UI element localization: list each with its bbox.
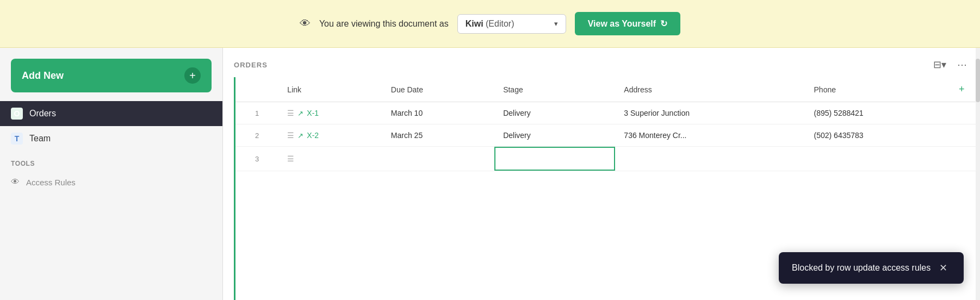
user-role-dropdown[interactable]: Kiwi (Editor) ▾ [457,14,566,34]
row-3-phone [805,147,944,171]
orders-label: Orders [29,109,56,118]
row-num-2: 2 [235,124,278,147]
filter-icon: ⊟▾ [933,59,946,70]
col-row-num [235,77,278,102]
row-num-1: 1 [235,102,278,124]
sidebar-nav: O Orders T Team TOOLS 👁 Access Rules [0,101,222,300]
toast-notification: Blocked by row update access rules ✕ [779,252,964,284]
orders-table: Link Due Date Stage Address Phone + 1 [235,77,980,171]
row-2-link-text[interactable]: X-2 [307,131,319,140]
row-2-link[interactable]: ☰ ↗ X-2 [278,124,382,147]
row-2-add [943,124,980,147]
view-as-yourself-label: View as Yourself [588,19,656,29]
row-2-address: 736 Monterey Cr... [615,124,805,147]
scrollbar-thumb[interactable] [976,59,980,102]
row-3-due-date [382,147,494,171]
row-1-stage: Delivery [494,102,615,124]
row-menu-icon[interactable]: ☰ [287,154,294,163]
external-link-icon[interactable]: ↗ [297,132,303,140]
view-as-banner: 👁 You are viewing this document as Kiwi … [0,0,980,48]
sidebar-item-team[interactable]: T Team [0,126,222,151]
team-icon: T [11,133,23,145]
row-1-phone: (895) 5288421 [805,102,944,124]
sidebar-item-access-rules[interactable]: 👁 Access Rules [0,172,222,192]
content-header: ORDERS ⊟▾ ⋯ [223,48,980,77]
col-stage[interactable]: Stage [494,77,615,102]
row-3-add [943,147,980,171]
row-2-stage: Delivery [494,124,615,147]
toast-close-button[interactable]: ✕ [939,262,947,274]
filter-button[interactable]: ⊟▾ [931,57,948,73]
banner-text: You are viewing this document as [319,19,449,29]
scrollbar-track [976,48,980,300]
row-1-add [943,102,980,124]
user-role-label: (Editor) [486,19,514,28]
more-options-button[interactable]: ⋯ [955,57,969,73]
content-area: ORDERS ⊟▾ ⋯ Link Due Date Stage [223,48,980,300]
row-3-stage-selected[interactable] [494,147,615,171]
team-label: Team [29,134,51,143]
row-menu-icon[interactable]: ☰ [287,131,294,140]
tools-section-label: TOOLS [0,151,222,172]
plus-icon: + [184,67,201,84]
view-as-yourself-button[interactable]: View as Yourself ↻ [575,12,680,35]
row-1-due-date: March 10 [382,102,494,124]
chevron-down-icon: ▾ [554,20,558,28]
main-area: Add New + O Orders T Team TOOLS 👁 Access… [0,48,980,300]
col-add[interactable]: + [943,77,980,102]
row-2-phone: (502) 6435783 [805,124,944,147]
add-new-label: Add New [22,70,64,82]
eye-icon: 👁 [300,17,311,30]
external-link-icon[interactable]: ↗ [297,109,303,117]
orders-icon: O [11,108,23,120]
section-title: ORDERS [234,61,268,69]
sidebar: Add New + O Orders T Team TOOLS 👁 Access… [0,48,223,300]
access-rules-label: Access Rules [26,178,76,187]
access-rules-icon: 👁 [11,177,20,187]
user-name-label: Kiwi [466,19,483,28]
col-link[interactable]: Link [278,77,382,102]
row-1-address: 3 Superior Junction [615,102,805,124]
col-phone[interactable]: Phone [805,77,944,102]
stage-cell-border [494,147,615,171]
col-due-date[interactable]: Due Date [382,77,494,102]
table-header-row: Link Due Date Stage Address Phone + [235,77,980,102]
row-2-due-date: March 25 [382,124,494,147]
table-row: 1 ☰ ↗ X-1 March 10 Delivery 3 Superior J… [235,102,980,124]
col-address[interactable]: Address [615,77,805,102]
row-1-link-text[interactable]: X-1 [307,109,319,117]
row-1-link[interactable]: ☰ ↗ X-1 [278,102,382,124]
add-new-button[interactable]: Add New + [11,59,212,92]
refresh-icon: ↻ [660,18,667,29]
table-row: 2 ☰ ↗ X-2 March 25 Delivery 736 Monterey… [235,124,980,147]
table-row: 3 ☰ [235,147,980,171]
row-3-address [615,147,805,171]
row-num-3: 3 [235,147,278,171]
sidebar-item-orders[interactable]: O Orders [0,101,222,126]
row-3-link[interactable]: ☰ [278,147,382,171]
row-menu-icon[interactable]: ☰ [287,109,294,117]
toast-message: Blocked by row update access rules [792,263,931,273]
content-actions: ⊟▾ ⋯ [931,57,969,73]
more-icon: ⋯ [957,59,967,70]
